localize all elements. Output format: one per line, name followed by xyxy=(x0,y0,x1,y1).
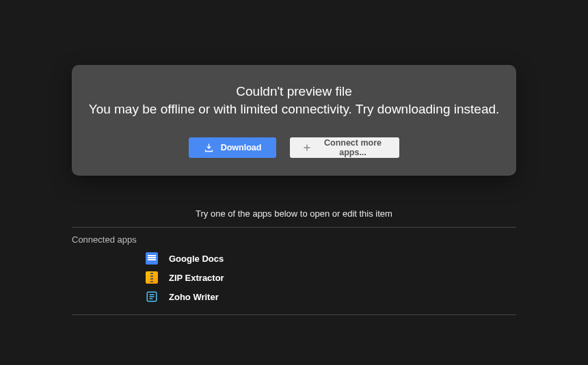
zip-extractor-icon xyxy=(146,271,158,284)
connect-more-label: Connect more apps... xyxy=(319,138,387,157)
app-item-google-docs[interactable]: Google Docs xyxy=(72,249,516,268)
app-label: Zoho Writer xyxy=(169,292,219,302)
button-row: Download Connect more apps... xyxy=(85,137,503,158)
app-item-zip-extractor[interactable]: ZIP Extractor xyxy=(72,268,516,287)
connected-apps-header: Connected apps xyxy=(72,228,516,249)
google-docs-icon xyxy=(146,252,158,265)
download-button[interactable]: Download xyxy=(189,137,276,158)
zoho-writer-icon xyxy=(146,290,158,303)
error-title: Couldn't preview file xyxy=(85,84,503,99)
apps-hint: Try one of the apps below to open or edi… xyxy=(72,208,516,228)
app-item-zoho-writer[interactable]: Zoho Writer xyxy=(72,287,516,306)
download-label: Download xyxy=(221,143,262,152)
app-label: ZIP Extractor xyxy=(169,273,224,283)
error-subtitle: You may be offline or with limited conne… xyxy=(85,102,503,117)
error-card: Couldn't preview file You may be offline… xyxy=(72,65,516,176)
apps-section: Try one of the apps below to open or edi… xyxy=(72,208,516,315)
app-list: Google Docs ZIP Extractor Zoho Writer xyxy=(72,249,516,315)
plus-icon xyxy=(302,143,312,152)
download-icon xyxy=(204,143,214,153)
app-label: Google Docs xyxy=(169,254,224,264)
connect-more-apps-button[interactable]: Connect more apps... xyxy=(290,137,399,158)
